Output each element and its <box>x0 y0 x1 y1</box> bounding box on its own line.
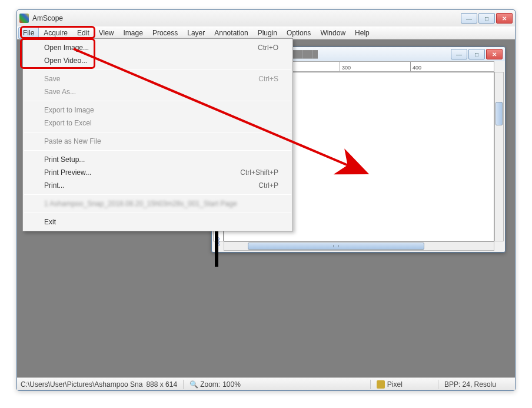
menu-item-shortcut: Ctrl+S <box>258 75 278 83</box>
hscroll-thumb[interactable] <box>248 243 424 250</box>
doc-minimize-button[interactable]: — <box>451 49 467 59</box>
vertical-scrollbar[interactable] <box>494 72 504 241</box>
status-path: C:\Users\User\Pictures\Ashampoo Sna <box>21 380 142 389</box>
menu-item-label: Print Preview... <box>44 168 91 177</box>
maximize-button[interactable]: □ <box>478 13 495 24</box>
status-zoom-value: 100% <box>222 380 241 389</box>
menu-item-print-setup[interactable]: Print Setup... <box>23 153 292 166</box>
status-unit: Pixel <box>387 380 403 389</box>
menu-item-print-preview[interactable]: Print Preview...Ctrl+Shift+P <box>23 166 292 179</box>
status-zoom-label: Zoom: <box>200 380 220 389</box>
menu-acquire[interactable]: Acquire <box>39 27 72 39</box>
menu-edit[interactable]: Edit <box>72 27 94 39</box>
menu-item-label: 1 Ashampoo_Snap_2018.08.20_15h03m28s_001… <box>44 200 237 208</box>
menu-item-label: Print... <box>44 181 65 190</box>
vscroll-thumb[interactable] <box>496 102 503 125</box>
menu-item-shortcut: Ctrl+Shift+P <box>240 168 278 177</box>
app-title: AmScope <box>32 14 461 22</box>
menu-plugin[interactable]: Plugin <box>253 27 282 39</box>
menu-item-export-to-image: Export to Image <box>23 104 292 117</box>
menu-file[interactable]: File <box>18 27 39 39</box>
menu-item-exit[interactable]: Exit <box>23 215 292 228</box>
pixel-icon <box>377 380 385 389</box>
close-button[interactable]: ✕ <box>496 13 513 24</box>
menu-item-label: Export to Image <box>44 106 94 114</box>
menu-item-shortcut: Ctrl+P <box>258 181 278 190</box>
menu-item-save: SaveCtrl+S <box>23 72 292 85</box>
menu-layer[interactable]: Layer <box>182 27 210 39</box>
menu-item-print[interactable]: Print...Ctrl+P <box>23 179 292 192</box>
menu-item-label: Export to Excel <box>44 119 92 127</box>
ruler-h-label: 400 <box>413 65 421 71</box>
menu-item-label: Exit <box>44 218 56 226</box>
menu-item-open-video[interactable]: Open Video... <box>23 54 292 67</box>
menu-view[interactable]: View <box>94 27 119 39</box>
menu-item-recent-file[interactable]: 1 Ashampoo_Snap_2018.08.20_15h03m28s_001… <box>23 197 292 210</box>
menu-item-open-image[interactable]: Open Image...Ctrl+O <box>23 41 292 54</box>
statusbar: C:\Users\User\Pictures\Ashampoo Sna 888 … <box>17 377 515 390</box>
menu-window[interactable]: Window <box>315 27 350 39</box>
menu-item-shortcut: Ctrl+O <box>258 44 278 52</box>
menu-help[interactable]: Help <box>350 27 374 39</box>
status-dims: 888 x 614 <box>146 380 177 389</box>
app-icon <box>19 14 29 23</box>
menu-item-label: Save As... <box>44 88 76 96</box>
menu-item-label: Print Setup... <box>44 155 85 164</box>
titlebar[interactable]: AmScope — □ ✕ <box>17 10 515 26</box>
status-bpp: BPP: 24, Resolu <box>444 380 496 389</box>
menu-item-label: Open Video... <box>44 57 87 65</box>
doc-maximize-button[interactable]: □ <box>468 49 485 59</box>
menu-item-save-as: Save As... <box>23 85 292 98</box>
menu-item-label: Paste as New File <box>44 137 101 145</box>
menu-image[interactable]: Image <box>119 27 148 39</box>
menu-item-label: Save <box>44 75 60 83</box>
ruler-h-label: 300 <box>342 65 351 71</box>
minimize-button[interactable]: — <box>461 13 477 24</box>
horizontal-scrollbar[interactable] <box>224 241 494 251</box>
file-menu-dropdown: Open Image...Ctrl+OOpen Video...SaveCtrl… <box>22 38 293 231</box>
menu-options[interactable]: Options <box>282 27 315 39</box>
menubar: FileAcquireEditViewImageProcessLayerAnno… <box>17 26 515 39</box>
menu-item-export-to-excel: Export to Excel <box>23 117 292 130</box>
doc-close-button[interactable]: ✕ <box>486 49 503 59</box>
menu-item-label: Open Image... <box>44 44 89 52</box>
menu-process[interactable]: Process <box>148 27 182 39</box>
menu-item-paste-as-new-file: Paste as New File <box>23 135 292 148</box>
zoom-icon: 🔍 <box>189 380 198 389</box>
menu-annotation[interactable]: Annotation <box>210 27 252 39</box>
